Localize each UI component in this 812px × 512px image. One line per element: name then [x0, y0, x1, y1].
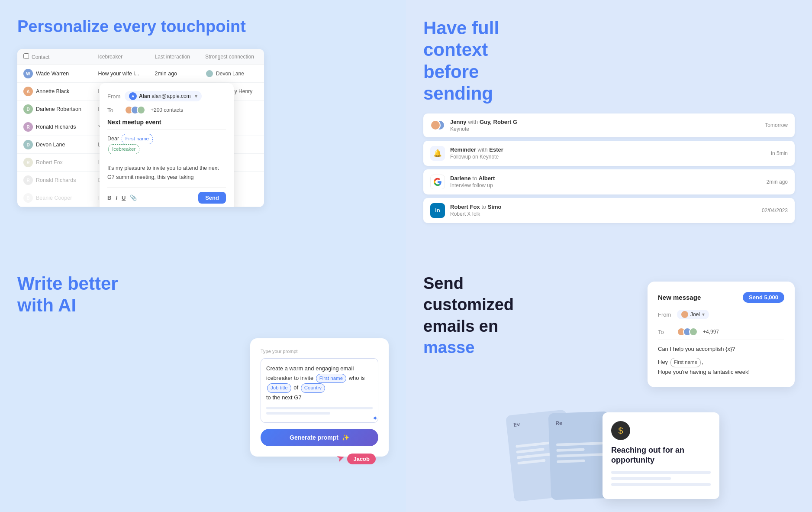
mass-header: New message Send 5,000: [658, 292, 784, 303]
cursor-area: ➤ Jacob: [337, 452, 376, 464]
card-content: Darlene to Albert Interview follow up: [450, 175, 761, 188]
mass-from-field: From Joel ▾: [658, 310, 784, 323]
firstname-tag: First name: [122, 134, 153, 144]
ai-prompt-card: Type your prompt Create a warm and engag…: [250, 338, 389, 457]
ai-prompt-box[interactable]: Create a warm and engaging email icebrea…: [261, 358, 378, 423]
contact-table-wrapper: Contact Icebreaker Last interaction Stro…: [17, 49, 264, 207]
panel5-headline: Send customized emails en masse: [423, 273, 540, 359]
avatar: W: [23, 69, 33, 78]
ai-loading: [266, 407, 373, 415]
panel-context: Have full context before sending Jenny w…: [406, 0, 812, 256]
ai-prompt-label: Type your prompt: [261, 349, 378, 354]
send-button[interactable]: Send: [198, 192, 226, 204]
panel-ai: Write better with AI Type your prompt Cr…: [0, 256, 406, 512]
cursor-icon: ➤: [335, 451, 346, 465]
prompt-middle: who is: [349, 375, 365, 381]
underline-icon[interactable]: U: [122, 194, 126, 201]
prompt-suffix: to the next G7: [266, 394, 302, 401]
jacob-badge: Jacob: [347, 454, 376, 464]
country-tag: Country: [301, 383, 325, 393]
mass-body-intro: Can I help you accomplish {x}?: [658, 344, 784, 354]
google-icon: [430, 175, 445, 189]
generate-button[interactable]: Generate prompt ✨: [261, 429, 378, 446]
panel3-headline: Write better with AI: [17, 273, 389, 317]
avatar: [681, 311, 688, 318]
template-card-front[interactable]: $ Reaching out for an opportunity: [603, 412, 719, 499]
compose-body-text: It's my pleasure to invite you to attend…: [107, 165, 219, 180]
compose-from-field: From A Alan alan@apple.com ▾: [107, 91, 226, 101]
avatar: [430, 120, 441, 130]
context-cards: Jenny with Guy, Robert G Keynote Tomorro…: [423, 113, 795, 223]
firstname-tag: First name: [316, 374, 346, 383]
toolbar-icons: B I U 📎: [107, 194, 137, 201]
templates-area: Ev Re $ Re: [510, 412, 719, 499]
attachment-icon[interactable]: 📎: [130, 194, 137, 201]
avatar: R: [23, 175, 33, 185]
panel1-headline-regular: every touchpoint: [109, 17, 246, 36]
to-avatars: [125, 106, 143, 114]
mass-body-hope: Hope you're having a fantastic week!: [658, 367, 784, 377]
bell-icon: 🔔: [430, 146, 445, 161]
compose-to-field: To +200 contacts: [107, 106, 226, 114]
col-header-last: Last interaction: [149, 49, 199, 65]
panel2-line1: Have full: [423, 18, 499, 38]
mass-body: Can I help you accomplish {x}? Hey First…: [658, 344, 784, 377]
mass-body-hey: Hey First name,: [658, 357, 784, 367]
bold-icon[interactable]: B: [107, 194, 111, 201]
context-card-3: Darlene to Albert Interview follow up 2m…: [423, 169, 795, 194]
to-count: +4,997: [703, 329, 719, 335]
avatar: R: [23, 158, 33, 167]
template-icon: $: [611, 421, 630, 440]
mass-to-field: To +4,997: [658, 327, 784, 340]
avatar: D: [23, 140, 33, 149]
mass-title: New message: [658, 294, 701, 301]
col-header-icebreaker: Icebreaker: [92, 49, 148, 65]
to-count: +200 contacts: [151, 107, 183, 113]
context-card-2: 🔔 Reminder with Ester Followup on Keynot…: [423, 141, 795, 166]
jobtitle-tag: Job title: [267, 383, 291, 393]
compose-overlay: From A Alan alan@apple.com ▾ To +200 con…: [100, 83, 234, 207]
compose-body: Dear First name Icebreaker It's my pleas…: [107, 134, 226, 182]
col-header-connection: Strongest connection: [199, 49, 264, 65]
table-row[interactable]: WWade Warren How your wife i... 2min ago…: [17, 65, 264, 83]
avatar: A: [23, 87, 33, 96]
avatar: [689, 327, 698, 336]
linkedin-icon: in: [430, 203, 445, 218]
prompt-of: of: [293, 384, 298, 391]
sparkle-icon: ✦: [372, 412, 378, 424]
panel1-headline-blue: Personalize: [17, 17, 109, 36]
avatar: R: [23, 122, 33, 132]
generate-button-label: Generate prompt: [290, 434, 338, 441]
panel1-headline: Personalize every touchpoint: [17, 17, 246, 36]
icebreaker-tag: Icebreaker: [108, 144, 139, 155]
italic-icon[interactable]: I: [116, 194, 117, 201]
firstname-tag: First name: [670, 358, 701, 367]
from-avatar: A: [129, 92, 137, 100]
select-all-checkbox[interactable]: [23, 53, 29, 59]
to-avatars: [677, 327, 695, 336]
panel2-line2: before: [423, 62, 479, 82]
avatar: B: [23, 193, 33, 203]
avatar: [205, 69, 214, 78]
card-content: Jenny with Guy, Robert G Keynote: [450, 119, 760, 132]
context-card-4: in Robert Fox to Simo Robert X folk 02/0…: [423, 198, 795, 223]
template-title: Reaching out for an opportunity: [611, 445, 711, 466]
compose-subject: Next meetup event: [107, 119, 226, 130]
panel2-line3: sending: [423, 83, 493, 104]
from-badge[interactable]: A Alan alan@apple.com ▾: [125, 91, 202, 101]
sparkle-btn-icon: ✨: [342, 434, 349, 441]
card-content: Robert Fox to Simo Robert X folk: [450, 204, 757, 217]
col-header-contact: Contact: [17, 49, 92, 65]
avatar: [137, 106, 145, 114]
send-count-button[interactable]: Send 5,000: [743, 292, 784, 303]
panel2-blue: context: [423, 39, 488, 60]
avatar-group: [430, 119, 445, 131]
panel2-headline: Have full context before sending: [406, 0, 812, 113]
mass-email-card: New message Send 5,000 From Joel ▾ To +4…: [648, 282, 795, 387]
card-content: Reminder with Ester Followup on Keynote: [450, 146, 766, 160]
panel-personalize: Personalize every touchpoint Contact Ice…: [0, 0, 406, 256]
avatar: D: [23, 104, 33, 114]
compose-toolbar: B I U 📎 Send: [107, 187, 226, 204]
joel-badge[interactable]: Joel ▾: [677, 310, 709, 319]
context-card-1: Jenny with Guy, Robert G Keynote Tomorro…: [423, 113, 795, 137]
